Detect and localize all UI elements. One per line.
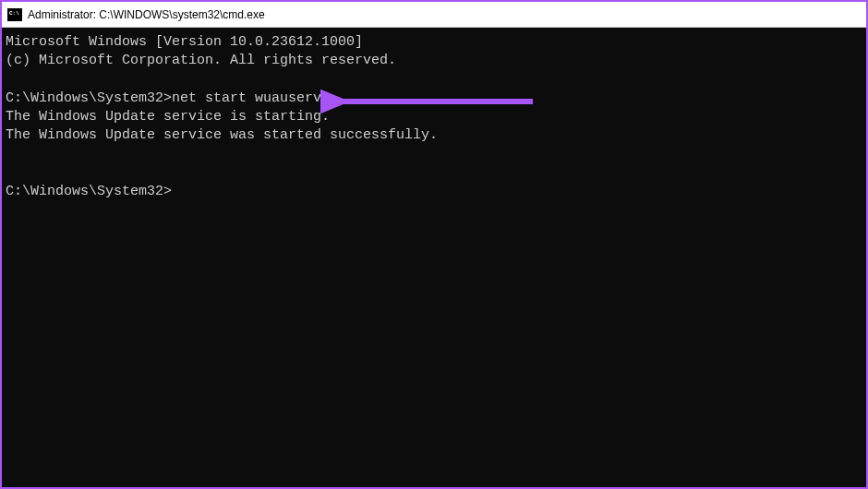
cmd-icon [7, 8, 22, 21]
prompt-path: C:\Windows\System32> [6, 183, 172, 201]
output-line-2: The Windows Update service was started s… [6, 126, 862, 145]
prompt-line-1: C:\Windows\System32>net start wuauserv [6, 89, 862, 108]
prompt-line-2: C:\Windows\System32> [6, 183, 862, 201]
entered-command: net start wuauserv [172, 89, 321, 108]
version-line: Microsoft Windows [Version 10.0.23612.10… [6, 33, 862, 52]
title-bar[interactable]: Administrator: C:\WINDOWS\system32\cmd.e… [2, 2, 866, 28]
blank-line [6, 71, 862, 89]
blank-line [6, 164, 862, 183]
output-line-1: The Windows Update service is starting. [6, 108, 862, 126]
window-title: Administrator: C:\WINDOWS\system32\cmd.e… [28, 8, 265, 21]
terminal-area[interactable]: Microsoft Windows [Version 10.0.23612.10… [2, 28, 866, 487]
prompt-path: C:\Windows\System32> [6, 89, 172, 108]
copyright-line: (c) Microsoft Corporation. All rights re… [6, 52, 862, 70]
blank-line [6, 146, 862, 164]
